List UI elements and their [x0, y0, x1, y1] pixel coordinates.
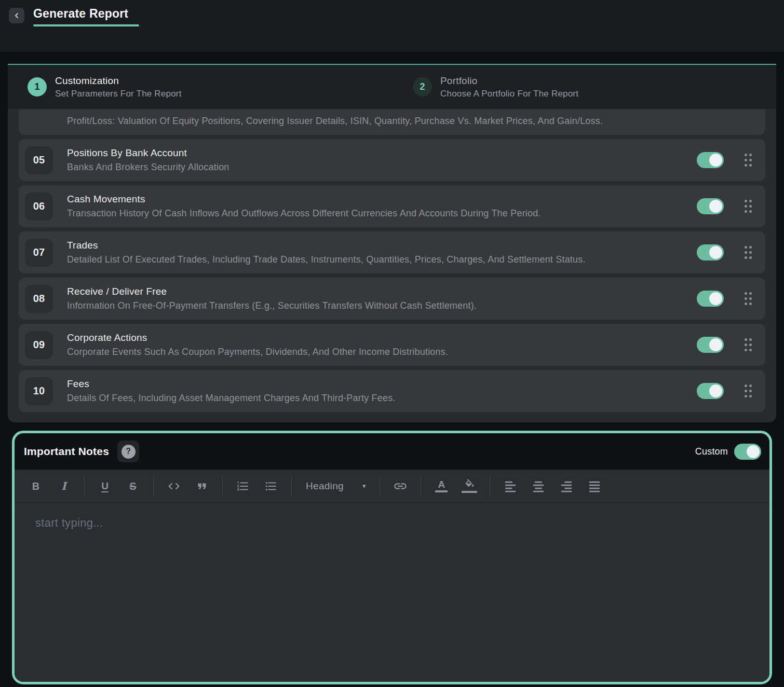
row-number-badge: 05	[25, 146, 53, 174]
code-icon	[167, 479, 181, 493]
italic-button[interactable]: I	[53, 476, 74, 497]
toolbar-divider	[490, 476, 490, 497]
align-right-button[interactable]	[556, 476, 577, 497]
important-notes-header: Important Notes ? Custom	[15, 433, 769, 470]
row-description: Profit/Loss: Valuation Of Equity Positio…	[67, 114, 654, 128]
table-row-fees[interactable]: 10 Fees Details Of Fees, Including Asset…	[19, 370, 765, 412]
notes-placeholder: start typing...	[35, 516, 749, 530]
custom-toggle-label: Custom	[695, 446, 728, 457]
blockquote-icon	[195, 479, 209, 493]
row-toggle[interactable]	[697, 152, 724, 168]
row-title: Corporate Actions	[67, 332, 697, 344]
rich-text-editor: B I U S	[15, 470, 769, 682]
important-notes-title: Important Notes	[24, 445, 109, 458]
align-left-button[interactable]	[500, 476, 521, 497]
editor-toolbar: B I U S	[15, 470, 769, 503]
help-button[interactable]: ?	[117, 441, 139, 462]
toolbar-divider	[291, 476, 292, 497]
app-header: Generate Report	[0, 0, 784, 52]
drag-handle-icon[interactable]	[745, 292, 752, 305]
row-description: Information On Free-Of-Payment Transfers…	[67, 300, 697, 311]
drag-handle-icon[interactable]	[745, 200, 752, 213]
table-row-trades[interactable]: 07 Trades Detailed List Of Executed Trad…	[19, 231, 765, 273]
ordered-list-button[interactable]	[233, 476, 253, 497]
bullet-list-button[interactable]	[261, 476, 281, 497]
row-title: Receive / Deliver Free	[67, 286, 697, 297]
row-toggle[interactable]	[697, 383, 724, 399]
stepper: 1 Customization Set Parameters For The R…	[8, 64, 776, 109]
step-1-number: 1	[28, 77, 47, 97]
question-mark-icon: ?	[121, 445, 136, 459]
link-icon	[393, 479, 408, 493]
ordered-list-icon	[236, 479, 250, 493]
table-row-corporate-actions[interactable]: 09 Corporate Actions Corporate Events Su…	[19, 324, 765, 366]
stepper-step-customization[interactable]: 1 Customization Set Parameters For The R…	[28, 75, 182, 99]
bold-button[interactable]: B	[25, 476, 46, 497]
bullet-list-icon	[264, 479, 278, 493]
row-description: Details Of Fees, Including Asset Managem…	[67, 393, 697, 404]
drag-handle-icon[interactable]	[745, 384, 752, 397]
custom-toggle[interactable]	[734, 444, 761, 460]
underline-button[interactable]: U	[94, 476, 115, 497]
row-number-badge: 08	[25, 285, 53, 313]
main-content: 1 Customization Set Parameters For The R…	[0, 52, 784, 684]
row-title: Positions By Bank Account	[67, 147, 697, 159]
align-center-icon	[532, 479, 545, 493]
table-row-partial-clip: Profit/Loss: Valuation Of Equity Positio…	[19, 109, 765, 135]
heading-dropdown-label: Heading	[306, 480, 344, 492]
text-color-bar	[435, 490, 448, 492]
toolbar-divider	[153, 476, 154, 497]
toolbar-divider	[380, 476, 380, 497]
link-button[interactable]	[390, 476, 411, 497]
row-description: Detailed List Of Executed Trades, Includ…	[67, 254, 697, 265]
align-right-icon	[560, 479, 573, 493]
row-toggle[interactable]	[697, 337, 724, 353]
toolbar-divider	[84, 476, 85, 497]
heading-dropdown[interactable]: Heading ▾	[302, 476, 370, 497]
align-justify-icon	[588, 479, 601, 493]
italic-icon: I	[61, 480, 66, 491]
stepper-step-portfolio[interactable]: 2 Portfolio Choose A Portfolio For The R…	[413, 75, 578, 99]
row-description: Banks And Brokers Security Allocation	[67, 162, 697, 173]
table-row-receive-deliver-free[interactable]: 08 Receive / Deliver Free Information On…	[19, 278, 765, 320]
toolbar-divider	[222, 476, 223, 497]
align-justify-button[interactable]	[584, 476, 605, 497]
row-title: Cash Movements	[67, 194, 697, 205]
highlight-color-icon	[464, 479, 475, 490]
blockquote-button[interactable]	[192, 476, 212, 497]
align-center-button[interactable]	[528, 476, 549, 497]
drag-handle-icon[interactable]	[745, 154, 752, 167]
row-toggle[interactable]	[697, 198, 724, 214]
highlight-color-bar	[462, 491, 477, 493]
row-number-badge: 07	[25, 239, 53, 267]
notes-text-input[interactable]: start typing...	[15, 503, 769, 682]
chevron-down-icon: ▾	[362, 482, 366, 490]
toolbar-divider	[421, 476, 421, 497]
step-2-number: 2	[413, 77, 432, 97]
row-number-badge: 06	[25, 193, 53, 221]
table-row-positions-by-bank-account[interactable]: 05 Positions By Bank Account Banks And B…	[19, 139, 765, 181]
strikethrough-button[interactable]: S	[123, 476, 143, 497]
strikethrough-icon: S	[129, 481, 136, 491]
row-toggle[interactable]	[697, 291, 724, 307]
step-2-description: Choose A Portfolio For The Report	[440, 89, 578, 99]
step-1-label: Customization	[55, 75, 182, 87]
report-sections-list: Profit/Loss: Valuation Of Equity Positio…	[8, 109, 776, 422]
drag-handle-icon[interactable]	[745, 246, 752, 259]
row-title: Trades	[67, 240, 697, 251]
important-notes-section: Important Notes ? Custom B I U S	[12, 431, 772, 684]
back-button[interactable]	[9, 8, 24, 23]
row-toggle[interactable]	[697, 244, 724, 260]
row-description: Corporate Events Such As Coupon Payments…	[67, 347, 697, 358]
highlight-color-button[interactable]	[459, 476, 480, 497]
title-underline	[33, 24, 139, 26]
table-row-cash-movements[interactable]: 06 Cash Movements Transaction History Of…	[19, 185, 765, 227]
align-left-icon	[504, 479, 517, 493]
row-title: Fees	[67, 378, 697, 390]
text-color-icon: A	[438, 479, 445, 489]
text-color-button[interactable]: A	[431, 476, 452, 497]
code-button[interactable]	[164, 476, 184, 497]
drag-handle-icon[interactable]	[745, 338, 752, 351]
row-number-badge: 10	[25, 377, 53, 405]
table-row-partial[interactable]: Profit/Loss: Valuation Of Equity Positio…	[19, 109, 765, 135]
